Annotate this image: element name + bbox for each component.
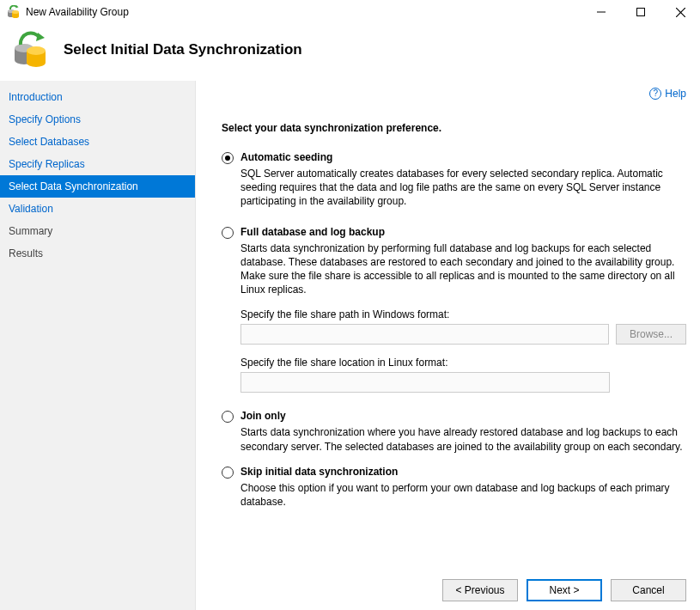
option-desc-automatic-seeding: SQL Server automatically creates databas… (240, 167, 686, 209)
page-title: Select Initial Data Synchronization (64, 41, 302, 58)
maximize-button[interactable] (621, 0, 660, 24)
option-skip: Skip initial data synchronization Choose… (222, 466, 686, 509)
step-select-data-sync[interactable]: Select Data Synchronization (0, 175, 195, 198)
step-validation[interactable]: Validation (0, 198, 195, 220)
window-controls (581, 0, 700, 24)
option-desc-skip: Choose this option if you want to perfor… (240, 481, 686, 509)
help-icon: ? (649, 88, 661, 100)
radio-full-backup[interactable] (222, 227, 234, 239)
help-link[interactable]: ? Help (649, 88, 686, 100)
option-title-automatic-seeding: Automatic seeding (240, 151, 686, 163)
windows-share-input[interactable] (240, 324, 609, 345)
option-join-only: Join only Starts data synchronization wh… (222, 410, 686, 453)
wizard-steps-sidebar: Introduction Specify Options Select Data… (0, 81, 196, 610)
step-specify-replicas[interactable]: Specify Replicas (0, 153, 195, 175)
linux-share-input[interactable] (240, 372, 610, 393)
minimize-button[interactable] (581, 0, 621, 24)
option-full-backup: Full database and log backup Starts data… (222, 226, 686, 393)
radio-join-only[interactable] (222, 411, 234, 423)
svg-point-15 (27, 46, 46, 55)
step-summary: Summary (0, 220, 195, 242)
step-specify-options[interactable]: Specify Options (0, 108, 195, 131)
step-introduction[interactable]: Introduction (0, 86, 195, 108)
radio-skip[interactable] (222, 467, 234, 479)
option-title-full-backup: Full database and log backup (240, 226, 686, 238)
svg-point-5 (12, 10, 19, 14)
step-select-databases[interactable]: Select Databases (0, 131, 195, 153)
wizard-header-icon (12, 31, 50, 69)
close-button[interactable] (660, 0, 700, 24)
radio-automatic-seeding[interactable] (222, 152, 234, 164)
svg-rect-7 (637, 9, 645, 16)
windows-share-label: Specify the file share path in Windows f… (240, 308, 686, 320)
linux-share-label: Specify the file share location in Linux… (240, 357, 686, 369)
option-title-skip: Skip initial data synchronization (240, 466, 686, 478)
option-desc-join-only: Starts data synchronization where you ha… (240, 425, 686, 453)
wizard-header: Select Initial Data Synchronization (0, 24, 700, 81)
step-results: Results (0, 242, 195, 265)
help-label: Help (665, 88, 686, 100)
cancel-button[interactable]: Cancel (611, 579, 686, 601)
option-automatic-seeding: Automatic seeding SQL Server automatical… (222, 151, 686, 209)
window-title: New Availability Group (26, 6, 581, 18)
next-button[interactable]: Next > (527, 579, 602, 601)
option-desc-full-backup: Starts data synchronization by performin… (240, 241, 686, 297)
title-bar: New Availability Group (0, 0, 700, 24)
option-title-join-only: Join only (240, 410, 686, 422)
app-icon (7, 5, 21, 19)
previous-button[interactable]: < Previous (442, 579, 518, 601)
wizard-content: ? Help Select your data synchronization … (196, 81, 700, 610)
wizard-footer: < Previous Next > Cancel (442, 579, 686, 601)
browse-button[interactable]: Browse... (616, 324, 686, 345)
sync-preference-prompt: Select your data synchronization prefere… (222, 122, 686, 134)
